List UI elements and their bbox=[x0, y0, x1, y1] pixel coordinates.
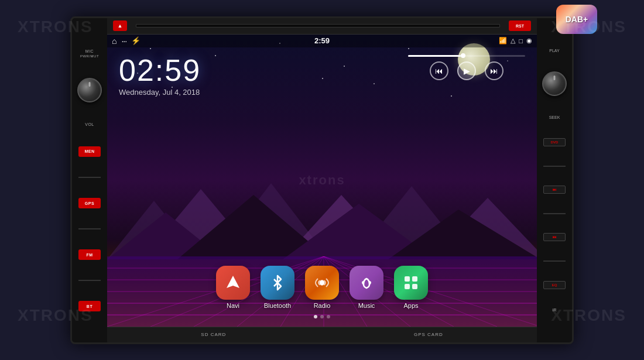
r-divider bbox=[543, 166, 566, 167]
navi-icon bbox=[216, 266, 250, 300]
music-progress bbox=[408, 55, 525, 57]
skip-next-button[interactable]: ⏭ bbox=[543, 186, 566, 194]
bluetooth-app[interactable]: Bluetooth bbox=[261, 266, 294, 309]
clock-time: 02:59 bbox=[119, 55, 201, 85]
play-pause-button[interactable]: ▶ bbox=[457, 61, 476, 80]
music-widget: ⏮ ▶ ⏭ bbox=[408, 55, 525, 80]
page-indicator bbox=[314, 315, 330, 318]
navi-label: Navi bbox=[227, 302, 239, 309]
fm-button[interactable]: FM bbox=[78, 249, 101, 260]
men-button[interactable]: MEN bbox=[78, 146, 101, 157]
apps-icon bbox=[394, 266, 428, 300]
music-icon bbox=[350, 266, 383, 300]
pwr-mut-label: PWR/MUT bbox=[80, 54, 99, 58]
right-controls: PLAY SEEK DVD ⏭ ⏮ EQ IR bbox=[537, 35, 572, 327]
progress-bar bbox=[408, 55, 525, 57]
progress-dot bbox=[461, 53, 465, 58]
svg-rect-31 bbox=[412, 276, 417, 282]
mountains bbox=[107, 166, 537, 259]
dot-1 bbox=[314, 315, 317, 318]
dab-badge: DAB+ bbox=[556, 5, 597, 34]
apps-label: Apps bbox=[403, 302, 418, 309]
screen-area: ⌂ ··· ⚡ 2:59 📶 △ □ ◉ 02:59 Wednesday, Ju… bbox=[107, 35, 537, 327]
radio-label: Radio bbox=[314, 302, 331, 309]
status-right: 📶 △ □ ◉ bbox=[499, 37, 532, 44]
clock-date: Wednesday, Jul 4, 2018 bbox=[119, 88, 201, 97]
svg-rect-33 bbox=[412, 284, 417, 289]
bluetooth-label: Bluetooth bbox=[264, 302, 291, 309]
navi-app[interactable]: Navi bbox=[216, 266, 250, 309]
r-divider3 bbox=[543, 260, 566, 262]
dvd-button[interactable]: DVD bbox=[543, 138, 566, 146]
bluetooth-icon bbox=[261, 266, 294, 300]
divider bbox=[78, 177, 101, 178]
mic-label: MIC bbox=[85, 49, 94, 53]
r-divider2 bbox=[543, 213, 566, 214]
volume-knob[interactable] bbox=[77, 78, 102, 102]
android-screen: ⌂ ··· ⚡ 2:59 📶 △ □ ◉ 02:59 Wednesday, Ju… bbox=[107, 35, 537, 327]
fast-forward-button[interactable]: ⏭ bbox=[485, 61, 503, 80]
clock-widget: 02:59 Wednesday, Jul 4, 2018 bbox=[119, 55, 201, 97]
status-left: ⌂ ··· ⚡ bbox=[112, 36, 141, 46]
apps-app[interactable]: Apps bbox=[394, 266, 428, 309]
rst-button[interactable]: RST bbox=[509, 20, 531, 31]
svg-rect-32 bbox=[405, 284, 410, 289]
music-label: Music bbox=[358, 302, 375, 309]
wifi-icon: 📶 bbox=[499, 37, 507, 44]
car-stereo-unit: ▲ RST MIC PWR/MUT VOL MEN GPS FM BT PLAY… bbox=[70, 16, 574, 344]
seek-label: SEEK bbox=[549, 115, 560, 119]
ir-label: IR bbox=[553, 308, 557, 312]
bt-button[interactable]: BT bbox=[78, 301, 101, 311]
square-icon: □ bbox=[519, 37, 523, 44]
home-icon[interactable]: ⌂ bbox=[112, 36, 117, 46]
top-strip: ▲ RST bbox=[107, 18, 537, 35]
eq-button[interactable]: EQ bbox=[543, 281, 566, 289]
menu-icon[interactable]: ··· bbox=[121, 36, 126, 46]
music-controls: ⏮ ▶ ⏭ bbox=[408, 61, 525, 80]
dot-3 bbox=[327, 315, 330, 318]
radio-app[interactable]: Radio bbox=[305, 266, 339, 309]
eject-button-top[interactable]: ▲ bbox=[113, 20, 127, 31]
vol-label: VOL bbox=[85, 122, 94, 126]
left-controls: MIC PWR/MUT VOL MEN GPS FM BT bbox=[72, 35, 107, 327]
gps-button[interactable]: GPS bbox=[78, 198, 101, 208]
triangle-icon: △ bbox=[511, 37, 515, 44]
app-icons: Navi Bluetooth bbox=[107, 266, 537, 309]
svg-marker-27 bbox=[227, 276, 239, 288]
progress-fill bbox=[408, 55, 461, 57]
skip-prev-button[interactable]: ⏮ bbox=[543, 233, 566, 241]
android-icon: ◉ bbox=[526, 37, 532, 44]
usb-icon: ⚡ bbox=[131, 36, 141, 45]
sd-card-button[interactable]: SD CARD bbox=[201, 332, 226, 337]
bottom-strip: SD CARD GPS CARD bbox=[107, 327, 537, 342]
cd-slot bbox=[136, 24, 500, 28]
divider3 bbox=[78, 280, 101, 281]
svg-rect-30 bbox=[405, 276, 410, 282]
seek-knob[interactable] bbox=[542, 71, 567, 96]
dot-2 bbox=[320, 315, 324, 318]
gps-card-button[interactable]: GPS CARD bbox=[414, 332, 443, 337]
play-label: PLAY bbox=[549, 49, 559, 53]
music-app[interactable]: Music bbox=[350, 266, 383, 309]
status-time: 2:59 bbox=[314, 36, 330, 45]
status-bar: ⌂ ··· ⚡ 2:59 📶 △ □ ◉ bbox=[107, 35, 537, 47]
divider2 bbox=[78, 228, 101, 229]
rewind-button[interactable]: ⏮ bbox=[430, 61, 448, 80]
radio-icon bbox=[305, 266, 339, 300]
